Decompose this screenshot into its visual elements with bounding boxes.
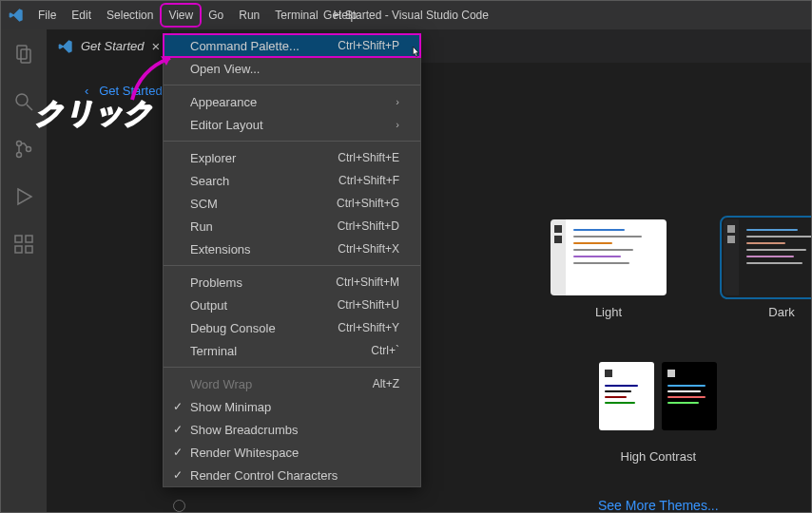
menu-terminal[interactable]: Terminal bbox=[268, 5, 324, 26]
theme-preview-hc bbox=[599, 362, 717, 430]
see-more-themes[interactable]: See More Themes... bbox=[598, 498, 719, 513]
source-control-icon[interactable] bbox=[12, 138, 35, 161]
svg-point-2 bbox=[16, 94, 28, 105]
view-menu-dropdown: Command Palette...Ctrl+Shift+POpen View.… bbox=[163, 33, 421, 487]
menu-item-debug-console[interactable]: Debug ConsoleCtrl+Shift+Y bbox=[164, 316, 420, 339]
chevron-right-icon: › bbox=[396, 119, 399, 130]
check-icon: ✓ bbox=[173, 400, 183, 413]
vscode-logo-icon bbox=[1, 8, 31, 23]
annotation-text: クリック bbox=[35, 94, 153, 133]
menu-item-output[interactable]: OutputCtrl+Shift+U bbox=[164, 294, 420, 316]
menu-item-problems[interactable]: ProblemsCtrl+Shift+M bbox=[164, 271, 420, 294]
menu-item-render-whitespace[interactable]: ✓Render Whitespace bbox=[164, 441, 420, 464]
menu-selection[interactable]: Selection bbox=[100, 5, 160, 26]
theme-preview-light bbox=[551, 219, 667, 295]
tab-get-started[interactable]: Get Started × bbox=[47, 29, 171, 63]
menu-edit[interactable]: Edit bbox=[65, 5, 98, 26]
chevron-right-icon: › bbox=[396, 96, 399, 107]
theme-dark[interactable]: Dark bbox=[724, 219, 812, 319]
tab-bar: Get Started × bbox=[47, 29, 811, 63]
tab-label: Get Started bbox=[81, 39, 144, 53]
menu-item-search[interactable]: SearchCtrl+Shift+F bbox=[164, 169, 420, 192]
radio-step-4[interactable] bbox=[173, 500, 185, 512]
theme-high-contrast[interactable]: High Contrast bbox=[599, 362, 717, 464]
svg-rect-7 bbox=[15, 246, 22, 253]
menu-item-command-palette[interactable]: Command Palette...Ctrl+Shift+P bbox=[164, 34, 420, 57]
svg-rect-0 bbox=[17, 46, 27, 59]
svg-point-5 bbox=[27, 147, 31, 152]
menu-item-extensions[interactable]: ExtensionsCtrl+Shift+X bbox=[164, 238, 420, 260]
svg-rect-1 bbox=[21, 49, 30, 63]
svg-rect-9 bbox=[26, 236, 32, 242]
menu-item-open-view[interactable]: Open View... bbox=[164, 57, 420, 80]
run-debug-icon[interactable] bbox=[12, 185, 35, 208]
svg-point-4 bbox=[17, 153, 22, 158]
vscode-tab-icon bbox=[58, 39, 73, 54]
menu-item-run[interactable]: RunCtrl+Shift+D bbox=[164, 215, 420, 238]
menu-view[interactable]: View bbox=[162, 5, 200, 26]
svg-rect-8 bbox=[26, 246, 32, 253]
menu-item-editor-layout[interactable]: Editor Layout› bbox=[164, 113, 420, 136]
check-icon: ✓ bbox=[173, 423, 183, 436]
menu-item-word-wrap[interactable]: Word WrapAlt+Z bbox=[164, 372, 420, 395]
search-icon[interactable] bbox=[12, 90, 35, 113]
menu-item-appearance[interactable]: Appearance› bbox=[164, 90, 420, 113]
menu-item-show-minimap[interactable]: ✓Show Minimap bbox=[164, 395, 420, 418]
app-title: Get Started - Visual Studio Code bbox=[323, 9, 489, 22]
check-icon: ✓ bbox=[173, 446, 183, 459]
menu-item-render-control-characters[interactable]: ✓Render Control Characters bbox=[164, 464, 420, 486]
svg-rect-6 bbox=[15, 236, 22, 242]
theme-light[interactable]: Light bbox=[551, 219, 667, 319]
menu-go[interactable]: Go bbox=[202, 5, 230, 26]
check-icon: ✓ bbox=[173, 468, 183, 482]
close-icon[interactable]: × bbox=[151, 38, 160, 54]
menu-file[interactable]: File bbox=[31, 5, 63, 26]
theme-preview-dark bbox=[724, 219, 812, 295]
menu-item-terminal[interactable]: TerminalCtrl+` bbox=[164, 339, 420, 362]
svg-point-3 bbox=[17, 142, 22, 146]
menubar: FileEditSelectionViewGoRunTerminalHelp bbox=[31, 5, 363, 26]
menu-item-explorer[interactable]: ExplorerCtrl+Shift+E bbox=[164, 146, 420, 169]
extensions-icon[interactable] bbox=[12, 233, 35, 256]
menu-run[interactable]: Run bbox=[232, 5, 266, 26]
menu-item-scm[interactable]: SCMCtrl+Shift+G bbox=[164, 192, 420, 215]
menu-item-show-breadcrumbs[interactable]: ✓Show Breadcrumbs bbox=[164, 418, 420, 441]
explorer-icon[interactable] bbox=[12, 43, 35, 66]
